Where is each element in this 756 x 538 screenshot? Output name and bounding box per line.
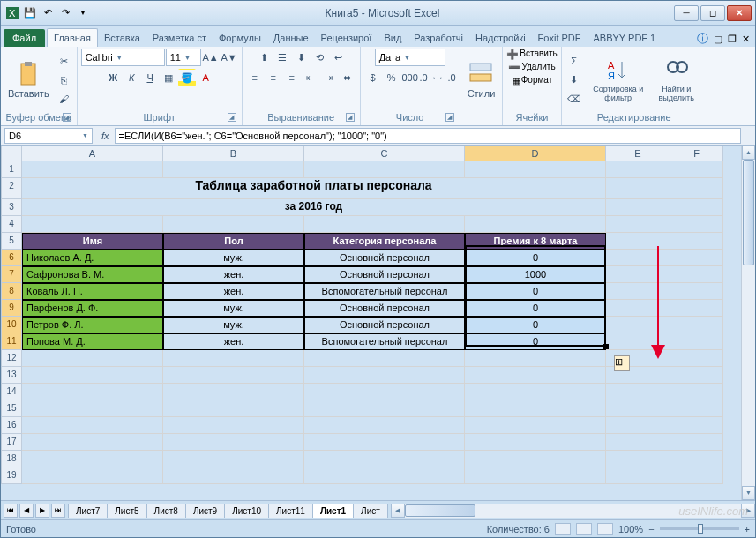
clear-button[interactable]: ⌫ bbox=[565, 91, 583, 108]
cell[interactable] bbox=[465, 434, 606, 451]
alignment-launcher[interactable]: ◢ bbox=[346, 113, 355, 122]
bonus-cell[interactable]: 0 bbox=[465, 250, 606, 266]
cell[interactable] bbox=[163, 467, 304, 484]
cell[interactable] bbox=[163, 417, 304, 434]
cell[interactable] bbox=[465, 384, 606, 400]
cell[interactable] bbox=[670, 434, 723, 451]
sheet-tab[interactable]: Лист9 bbox=[185, 504, 225, 518]
tab-file[interactable]: Файл bbox=[4, 29, 45, 47]
cell[interactable] bbox=[22, 467, 163, 484]
cell[interactable] bbox=[465, 417, 606, 434]
qat-save[interactable]: 💾 bbox=[22, 5, 38, 21]
dec-decimal[interactable]: ←.0 bbox=[438, 69, 456, 86]
align-middle[interactable]: ☰ bbox=[273, 49, 291, 66]
cell[interactable] bbox=[670, 216, 723, 233]
row-header[interactable]: 1 bbox=[1, 161, 22, 178]
font-size-combo[interactable]: 11▼ bbox=[166, 49, 201, 66]
sheet-tab[interactable]: Лист5 bbox=[107, 504, 146, 518]
close-button[interactable]: ✕ bbox=[727, 5, 752, 21]
fill-color-button[interactable]: 🪣 bbox=[178, 69, 196, 86]
cell[interactable] bbox=[465, 367, 606, 384]
percent-button[interactable]: % bbox=[383, 69, 400, 86]
cell[interactable] bbox=[304, 350, 465, 367]
col-C[interactable]: C bbox=[304, 146, 465, 161]
zoom-out[interactable]: − bbox=[648, 524, 654, 534]
name-cell[interactable]: Попова М. Д. bbox=[22, 333, 163, 350]
insert-cells[interactable]: Вставить bbox=[520, 49, 557, 60]
row-header[interactable]: 2 bbox=[1, 178, 22, 199]
tab-developer[interactable]: Разработчі bbox=[408, 29, 469, 47]
cell[interactable] bbox=[22, 451, 163, 467]
font-launcher[interactable]: ◢ bbox=[228, 113, 236, 122]
cell[interactable] bbox=[163, 384, 304, 400]
view-layout[interactable] bbox=[576, 523, 592, 535]
col-B[interactable]: B bbox=[163, 146, 304, 161]
row-header[interactable]: 4 bbox=[1, 216, 22, 233]
name-cell[interactable]: Сафронова В. М. bbox=[22, 266, 163, 283]
table-header[interactable]: Категория персонала bbox=[304, 233, 465, 250]
category-cell[interactable]: Основной персонал bbox=[304, 266, 465, 283]
sex-cell[interactable]: жен. bbox=[163, 266, 304, 283]
number-format-combo[interactable]: Дата▼ bbox=[375, 49, 445, 66]
cell[interactable] bbox=[304, 216, 465, 233]
name-cell[interactable]: Петров Ф. Л. bbox=[22, 317, 163, 333]
cell[interactable] bbox=[606, 417, 670, 434]
sheet-tab[interactable]: Лист1 bbox=[312, 504, 354, 518]
autofill-options-icon[interactable]: ⊞ bbox=[614, 355, 630, 371]
tab-layout[interactable]: Разметка ст bbox=[146, 29, 213, 47]
table-header[interactable]: Премия к 8 марта bbox=[465, 233, 606, 250]
cell[interactable] bbox=[22, 400, 163, 417]
minimize-ribbon-icon[interactable]: ▢ bbox=[714, 34, 722, 45]
copy-button[interactable]: ⎘ bbox=[56, 71, 73, 89]
name-cell[interactable]: Парфенов Д. Ф. bbox=[22, 300, 163, 317]
align-bottom[interactable]: ⬇ bbox=[292, 49, 310, 66]
indent-inc[interactable]: ⇥ bbox=[320, 69, 338, 86]
category-cell[interactable]: Вспомогательный персонал bbox=[304, 283, 465, 300]
category-cell[interactable]: Основной персонал bbox=[304, 300, 465, 317]
shrink-font[interactable]: A▼ bbox=[221, 49, 238, 66]
row-header[interactable]: 5 bbox=[1, 233, 22, 250]
row-header[interactable]: 14 bbox=[1, 384, 22, 400]
select-all-corner[interactable] bbox=[1, 146, 22, 161]
currency-button[interactable]: $ bbox=[364, 69, 382, 86]
name-box[interactable]: D6▼ bbox=[4, 128, 93, 144]
row-header[interactable]: 13 bbox=[1, 367, 22, 384]
cell[interactable] bbox=[304, 467, 465, 484]
cell[interactable] bbox=[670, 384, 723, 400]
sex-cell[interactable]: муж. bbox=[163, 317, 304, 333]
sheet-tab[interactable]: Лист10 bbox=[224, 504, 269, 518]
italic-button[interactable]: К bbox=[123, 69, 140, 86]
tab-review[interactable]: Рецензирої bbox=[315, 29, 378, 47]
row-header[interactable]: 16 bbox=[1, 417, 22, 434]
bonus-cell[interactable]: 0 bbox=[465, 317, 606, 333]
orientation[interactable]: ⟲ bbox=[311, 49, 328, 66]
bonus-cell[interactable]: 1000 bbox=[465, 266, 606, 283]
formula-input[interactable]: =ЕСЛИ(И(B6="жен."; C6="Основной персонал… bbox=[115, 128, 741, 144]
scroll-down[interactable]: ▼ bbox=[742, 486, 755, 500]
cell[interactable] bbox=[22, 417, 163, 434]
tab-data[interactable]: Данные bbox=[267, 29, 315, 47]
scroll-up[interactable]: ▲ bbox=[742, 146, 755, 160]
cell[interactable] bbox=[304, 451, 465, 467]
grow-font[interactable]: A▲ bbox=[202, 49, 220, 66]
cell[interactable] bbox=[304, 434, 465, 451]
bonus-cell[interactable]: 0 bbox=[465, 283, 606, 300]
restore-window-icon[interactable]: ❐ bbox=[728, 34, 737, 45]
cell[interactable] bbox=[606, 467, 670, 484]
row-header[interactable]: 3 bbox=[1, 199, 22, 216]
cell[interactable] bbox=[465, 161, 606, 178]
cell[interactable] bbox=[606, 216, 670, 233]
delete-cells[interactable]: Удалить bbox=[521, 62, 555, 73]
hscroll-right[interactable]: ▶ bbox=[741, 504, 755, 518]
cell[interactable] bbox=[163, 216, 304, 233]
align-right[interactable]: ≡ bbox=[283, 69, 301, 86]
tab-insert[interactable]: Вставка bbox=[98, 29, 146, 47]
row-header[interactable]: 11 bbox=[1, 333, 22, 350]
row-header[interactable]: 17 bbox=[1, 434, 22, 451]
sex-cell[interactable]: муж. bbox=[163, 250, 304, 266]
comma-button[interactable]: 000 bbox=[401, 69, 419, 86]
format-cells[interactable]: Формат bbox=[521, 75, 553, 86]
cell[interactable] bbox=[22, 367, 163, 384]
cell[interactable] bbox=[22, 161, 163, 178]
row-header[interactable]: 12 bbox=[1, 350, 22, 367]
